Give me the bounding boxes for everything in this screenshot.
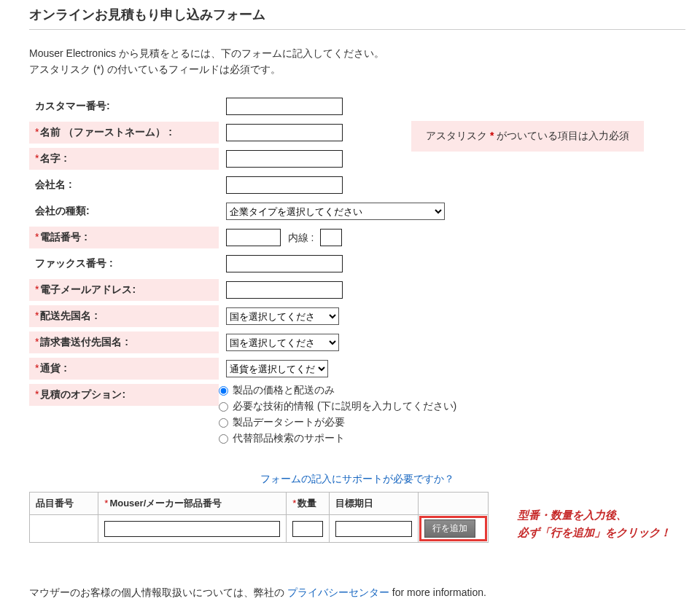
fax-input[interactable] [226, 255, 343, 272]
th-item-no: 品目番号 [30, 493, 98, 515]
label-fax: ファックス番号 : [29, 253, 219, 275]
label-ship-country: 配送先国名 : [40, 310, 98, 321]
radio-datasheet[interactable] [219, 418, 228, 428]
first-name-input[interactable] [226, 124, 343, 141]
label-quote-option: 見積のオプション: [40, 388, 125, 400]
intro-line-1: Mouser Electronics から見積をとるには、下のフォームに記入して… [29, 47, 685, 60]
privacy-pre: マウザーのお客様の個人情報取扱いについては、弊社の [29, 586, 287, 598]
th-part-no: Mouser/メーカー部品番号 [109, 498, 222, 509]
required-note-box: アスタリスク * がついている項目は入力必須 [411, 121, 644, 152]
note-post: がついている項目は入力必須 [494, 130, 629, 141]
privacy-post: for more information. [389, 586, 486, 598]
radio-alt-parts[interactable] [219, 434, 228, 444]
radio-label-4: 代替部品検索のサポート [233, 432, 345, 445]
table-row: 行を追加 [30, 515, 489, 543]
qty-input[interactable] [292, 521, 323, 537]
radio-label-2: 必要な技術的情報 (下に説明を入力してください) [233, 400, 456, 413]
label-customer-no: カスタマー番号: [29, 95, 219, 117]
label-last-name: 名字 : [40, 152, 67, 164]
label-ext: 内線 : [288, 232, 314, 243]
company-input[interactable] [226, 176, 343, 194]
ext-input[interactable] [320, 229, 342, 246]
asterisk-icon: * [35, 126, 39, 138]
support-link[interactable]: フォームの記入にサポートが必要ですか？ [29, 473, 685, 486]
bill-country-select[interactable]: 国を選択してくださ [226, 334, 339, 351]
company-type-select[interactable]: 企業タイプを選択してください [226, 203, 445, 220]
add-row-button[interactable]: 行を追加 [424, 519, 475, 538]
target-date-input[interactable] [335, 521, 412, 537]
privacy-link[interactable]: プライバシーセンター [287, 586, 389, 598]
label-company: 会社名 : [29, 174, 219, 196]
radio-label-1: 製品の価格と配送のみ [233, 384, 335, 397]
label-bill-country: 請求書送付先国名 : [40, 336, 128, 348]
currency-select[interactable]: 通貨を選択してくだ [226, 360, 328, 377]
privacy-text: マウザーのお客様の個人情報取扱いについては、弊社の プライバシーセンター for… [29, 586, 685, 600]
asterisk-icon: * [35, 362, 39, 374]
label-phone: 電話番号 : [40, 231, 88, 243]
radio-tech-info[interactable] [219, 402, 228, 412]
radio-price-ship[interactable] [219, 386, 228, 396]
label-email: 電子メールアドレス: [40, 283, 136, 295]
th-target-date: 目標期日 [329, 493, 418, 515]
customer-no-input[interactable] [226, 98, 343, 115]
side-note-line-2: 必ず「行を追加」をクリック！ [518, 524, 671, 541]
intro-line-2: アスタリスク (*) の付いているフィールドは必須です。 [29, 63, 685, 76]
asterisk-icon: * [35, 283, 39, 295]
label-company-type: 会社の種類: [29, 200, 219, 222]
asterisk-icon: * [35, 152, 39, 164]
label-currency: 通貨 : [40, 362, 67, 374]
ship-country-select[interactable]: 国を選択してくださ [226, 307, 339, 325]
page-title: オンラインお見積もり申し込みフォーム [29, 6, 685, 30]
asterisk-icon: * [35, 310, 39, 321]
asterisk-icon: * [35, 231, 39, 243]
part-no-input[interactable] [104, 521, 280, 537]
asterisk-icon: * [292, 498, 296, 509]
th-qty: 数量 [298, 498, 316, 509]
email-input[interactable] [226, 281, 343, 299]
note-pre: アスタリスク [426, 130, 490, 141]
th-action [418, 493, 488, 515]
add-row-instruction: 型番・数量を入力後、 必ず「行を追加」をクリック！ [518, 492, 671, 541]
radio-label-3: 製品データシートが必要 [233, 416, 345, 429]
last-name-input[interactable] [226, 150, 343, 168]
side-note-line-1: 型番・数量を入力後、 [518, 506, 671, 524]
asterisk-icon: * [35, 388, 39, 400]
label-first-name: 名前 （ファーストネーム） : [40, 126, 171, 138]
asterisk-icon: * [104, 498, 108, 509]
asterisk-icon: * [35, 336, 39, 348]
phone-input[interactable] [226, 229, 281, 246]
parts-table: 品目番号 *Mouser/メーカー部品番号 *数量 目標期日 行を追加 [29, 492, 489, 543]
